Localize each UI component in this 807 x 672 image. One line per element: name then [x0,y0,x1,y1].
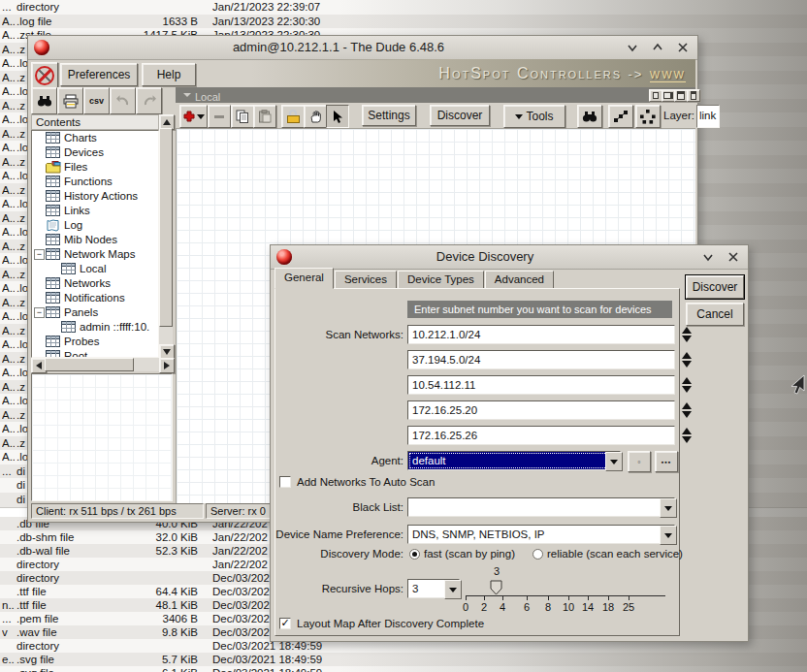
scan-network-input[interactable]: 10.212.1.0/24 [407,325,675,344]
export-csv-button[interactable]: csv [83,87,110,114]
pan-button[interactable] [304,105,327,128]
sidebar-item-network-maps[interactable]: −Network Maps [32,247,158,262]
spin-down-icon[interactable] [682,386,692,393]
remove-element-button[interactable] [208,105,231,128]
contents-tree[interactable]: ChartsDevicesFilesFunctionsHistory Actio… [31,130,159,358]
find-button[interactable] [31,87,57,114]
minimize-icon[interactable] [701,250,715,264]
file-row[interactable]: .svg file6.1 KiBDec/03/2021 18:49:59 [0,666,807,672]
banner-www-link[interactable]: www [650,65,686,82]
hotspot-banner[interactable]: HotSpot Controllers -> www [251,59,695,87]
scan-network-input[interactable]: 172.16.25.26 [407,426,675,445]
scan-network-input[interactable]: 10.54.112.11 [407,375,675,395]
tools-button[interactable]: Tools [503,105,565,128]
lock-button[interactable] [281,105,305,128]
sidebar-item-devices[interactable]: Devices [32,145,158,160]
spin-up-icon[interactable] [682,428,692,434]
scan-network-spinner[interactable] [680,375,694,395]
minimize-icon[interactable] [626,41,639,54]
window-tile-4-icon[interactable] [687,89,700,102]
close-icon[interactable] [676,41,690,54]
sidebar-item-charts[interactable]: Charts [32,131,158,145]
redo-button[interactable] [136,87,162,114]
scan-network-input[interactable]: 37.194.5.0/24 [407,350,675,369]
close-icon[interactable] [726,250,740,264]
paste-button[interactable] [253,105,276,128]
scan-network-spinner[interactable] [680,350,694,369]
sidebar-item-admin-ffff-10-[interactable]: admin ::ffff:10. [32,320,158,335]
map-tab-label[interactable]: Local [195,91,220,103]
agent-select[interactable]: default [407,451,621,470]
main-titlebar[interactable]: admin@10.212.1.1 - The Dude 6.48.6 [28,36,697,60]
dialog-titlebar[interactable]: Device Discovery [271,245,748,270]
tree-horizontal-scrollbar[interactable] [31,358,173,371]
sidebar-item-mib-nodes[interactable]: Mib Nodes [32,233,158,247]
spin-down-icon[interactable] [682,361,692,368]
slider-thumb[interactable] [490,580,503,595]
add-networks-checkbox[interactable] [279,476,291,488]
preferences-button[interactable]: Preferences [60,63,138,86]
sidebar-item-networks[interactable]: Networks [32,276,158,291]
sidebar-item-functions[interactable]: Functions [32,175,158,189]
scan-network-spinner[interactable] [680,426,694,445]
window-tile-3-icon[interactable] [674,89,688,102]
copy-button[interactable] [231,105,254,128]
agent-detail-button[interactable]: ▫ [628,451,651,472]
disconnect-button[interactable] [31,62,58,89]
sidebar-item-files[interactable]: Files [32,160,158,175]
ring-layout-button[interactable] [635,105,661,128]
layout-map-checkbox[interactable]: ✓ [279,618,291,629]
window-tile-1-icon[interactable] [649,89,662,102]
sidebar-item-links[interactable]: Links [32,204,158,218]
vertical-scroll-thumb[interactable] [159,128,173,327]
sidebar-item-root[interactable]: Root [32,349,158,358]
settings-button[interactable]: Settings [362,105,416,126]
spin-down-icon[interactable] [682,436,692,443]
spin-up-icon[interactable] [682,352,692,359]
tab-advanced[interactable]: Advanced [485,271,554,289]
discover-button[interactable]: Discover [430,105,490,126]
device-name-dropdown-icon[interactable] [660,526,677,545]
horizontal-scroll-thumb[interactable] [45,358,134,371]
recursive-hops-dropdown-icon[interactable] [444,580,462,599]
expander-minus-icon[interactable]: − [34,307,45,318]
black-list-select[interactable] [407,497,675,517]
tree-vertical-scrollbar[interactable] [159,114,173,358]
map-tab-bar[interactable]: Local [176,87,695,103]
spin-down-icon[interactable] [682,411,692,418]
sidebar-item-log[interactable]: Log [32,218,158,233]
undo-button[interactable] [110,87,136,114]
link-layout-button[interactable] [608,105,633,128]
sidebar-item-history-actions[interactable]: History Actions [32,189,158,204]
scan-network-spinner[interactable] [680,400,694,420]
maximize-icon[interactable] [651,41,664,54]
scan-network-spinner[interactable] [680,325,694,344]
tab-general[interactable]: General [274,268,334,289]
agent-list-button[interactable]: ▪▪▪ [655,451,678,472]
spin-up-icon[interactable] [682,377,692,384]
add-element-button[interactable] [179,105,208,128]
layer-select[interactable]: link [696,105,720,128]
tab-device-types[interactable]: Device Types [398,271,484,289]
tab-services[interactable]: Services [335,271,397,289]
black-list-dropdown-icon[interactable] [660,498,677,518]
discovery-mode-radio-reliable[interactable] [533,549,543,560]
help-button[interactable]: Help [142,63,196,86]
sidebar-item-local[interactable]: Local [32,262,158,276]
agent-dropdown-icon[interactable] [605,452,623,471]
sidebar-item-notifications[interactable]: Notifications [32,291,158,305]
spin-down-icon[interactable] [682,336,692,342]
sidebar-item-panels[interactable]: −Panels [32,305,158,320]
discovery-mode-radio-fast[interactable] [409,549,420,560]
scroll-right-icon[interactable] [159,358,175,373]
spin-up-icon[interactable] [682,327,692,334]
device-name-preference-select[interactable]: DNS, SNMP, NETBIOS, IP [407,525,675,544]
scan-network-input[interactable]: 172.16.25.20 [407,400,675,420]
print-button[interactable] [57,87,83,114]
sidebar-item-probes[interactable]: Probes [32,335,158,349]
expander-minus-icon[interactable]: − [34,249,45,260]
map-find-button[interactable] [577,105,602,128]
spin-up-icon[interactable] [682,402,692,409]
dialog-cancel-button[interactable]: Cancel [686,303,744,326]
dialog-discover-button[interactable]: Discover [686,275,744,299]
